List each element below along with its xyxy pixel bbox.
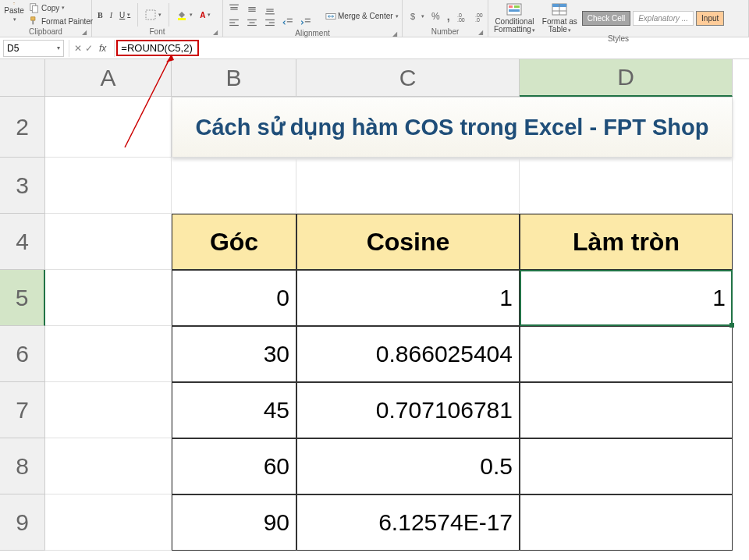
cell-D5[interactable]: 1 <box>520 270 733 326</box>
increase-decimal-button[interactable]: .0.00 <box>455 10 470 23</box>
svg-rect-0 <box>13 2 15 4</box>
cell-style-explanatory[interactable]: Explanatory ... <box>633 11 694 26</box>
cell-D3[interactable] <box>520 158 733 214</box>
increase-indent-button[interactable] <box>298 16 314 29</box>
ribbon-group-styles: ConditionalFormatting▾ Format asTable▾ C… <box>488 0 749 37</box>
header-cosine[interactable]: Cosine <box>296 214 520 270</box>
fill-color-button[interactable]: ▾ <box>174 9 195 21</box>
chevron-down-icon[interactable]: ▾ <box>57 44 60 51</box>
cell-C7[interactable]: 0.707106781 <box>296 382 520 438</box>
align-left-button[interactable] <box>226 16 242 29</box>
paste-button[interactable]: Paste▾ <box>3 2 25 23</box>
cell-C8[interactable]: 0.5 <box>296 438 520 494</box>
align-middle-button[interactable] <box>244 3 260 16</box>
cell-D9[interactable] <box>520 494 733 551</box>
conditional-icon <box>506 3 522 17</box>
accounting-format-button[interactable]: $▾ <box>406 10 427 23</box>
header-lamtron[interactable]: Làm tròn <box>520 214 733 270</box>
table-row: 45 0.707106781 <box>45 382 733 438</box>
row-header-3[interactable]: 3 <box>0 158 45 214</box>
insert-function-button[interactable]: fx <box>96 43 109 54</box>
cell-A6[interactable] <box>45 326 172 382</box>
header-cosine-label: Cosine <box>367 228 450 257</box>
merge-center-label: Merge & Center <box>338 12 393 20</box>
align-center-button[interactable] <box>244 16 260 29</box>
column-header-B[interactable]: B <box>172 59 296 97</box>
font-dialog-launcher[interactable]: ◢ <box>213 29 218 36</box>
table-row: 60 0.5 <box>45 438 733 494</box>
column-header-D[interactable]: D <box>520 59 733 97</box>
header-goc-label: Góc <box>210 228 258 257</box>
cell-B9[interactable]: 90 <box>172 494 296 551</box>
row-header-7[interactable]: 7 <box>0 382 45 438</box>
row-header-5[interactable]: 5 <box>0 270 45 326</box>
cell-B8[interactable]: 60 <box>172 438 296 494</box>
header-goc[interactable]: Góc <box>172 214 296 270</box>
clipboard-icon <box>9 2 20 5</box>
cell-D6[interactable] <box>520 326 733 382</box>
conditional-formatting-label: ConditionalFormatting▾ <box>494 18 535 34</box>
row-header-6[interactable]: 6 <box>0 326 45 382</box>
cell-C5[interactable]: 1 <box>296 270 520 326</box>
cell-B7[interactable]: 45 <box>172 382 296 438</box>
copy-button[interactable]: Copy▾ <box>27 2 95 14</box>
cell-A3[interactable] <box>45 158 172 214</box>
cell-style-input[interactable]: Input <box>696 11 724 26</box>
cell-A2[interactable] <box>45 97 172 158</box>
align-right-button[interactable] <box>262 16 278 29</box>
cell-C3[interactable] <box>296 158 520 214</box>
column-header-C[interactable]: C <box>296 59 520 97</box>
align-top-button[interactable] <box>226 3 242 16</box>
name-box[interactable]: D5 ▾ <box>3 40 64 57</box>
cell-A4[interactable] <box>45 214 172 270</box>
underline-button[interactable]: U▾ <box>117 10 133 20</box>
title-cell[interactable]: Cách sử dụng hàm COS trong Excel - FPT S… <box>172 97 733 158</box>
column-header-A[interactable]: A <box>45 59 172 97</box>
cell-B5[interactable]: 0 <box>172 270 296 326</box>
merge-center-button[interactable]: Merge & Center▾ <box>323 10 401 23</box>
cell-B3[interactable] <box>172 158 296 214</box>
clipboard-dialog-launcher[interactable]: ◢ <box>82 29 87 36</box>
format-painter-button[interactable]: Format Painter <box>27 15 95 27</box>
bold-button[interactable]: B <box>95 10 105 20</box>
cell-value: 0 <box>276 285 289 311</box>
select-all-corner[interactable] <box>0 59 45 97</box>
cell-C6[interactable]: 0.866025404 <box>296 326 520 382</box>
cell-style-check[interactable]: Check Cell <box>582 11 630 26</box>
cell-D8[interactable] <box>520 438 733 494</box>
cell-A8[interactable] <box>45 438 172 494</box>
align-bottom-button[interactable] <box>262 3 278 16</box>
svg-rect-4 <box>146 10 155 19</box>
comma-button[interactable]: , <box>445 9 453 23</box>
decrease-indent-button[interactable] <box>280 16 296 29</box>
table-icon <box>552 3 567 17</box>
font-color-button[interactable]: A▾ <box>197 10 213 20</box>
paste-label: Paste <box>4 6 24 15</box>
cell-A5[interactable] <box>45 270 172 326</box>
decrease-decimal-button[interactable]: .00.0 <box>473 10 488 23</box>
cell-B6[interactable]: 30 <box>172 326 296 382</box>
copy-label: Copy <box>41 4 59 12</box>
row-header-4[interactable]: 4 <box>0 214 45 270</box>
svg-rect-37 <box>509 9 520 12</box>
row-header-8[interactable]: 8 <box>0 438 45 494</box>
cell-value: 6.12574E-17 <box>378 509 513 536</box>
enter-formula-button[interactable]: ✓ <box>85 43 93 54</box>
fill-handle[interactable] <box>729 323 734 328</box>
alignment-dialog-launcher[interactable]: ◢ <box>392 30 397 37</box>
bucket-icon <box>176 9 187 20</box>
cancel-formula-button[interactable]: ✕ <box>74 43 82 54</box>
conditional-formatting-button[interactable]: ConditionalFormatting▾ <box>492 2 538 34</box>
cell-D7[interactable] <box>520 382 733 438</box>
row-header-2[interactable]: 2 <box>0 97 45 158</box>
cell-C9[interactable]: 6.12574E-17 <box>296 494 520 551</box>
italic-button[interactable]: I <box>108 10 115 20</box>
row-header-9[interactable]: 9 <box>0 494 45 551</box>
format-as-table-button[interactable]: Format asTable▾ <box>540 2 580 34</box>
number-dialog-launcher[interactable]: ◢ <box>478 29 483 36</box>
cell-A9[interactable] <box>45 494 172 551</box>
cell-A7[interactable] <box>45 382 172 438</box>
ribbon-group-clipboard: Paste▾ Copy▾ Format Painter Clipboard◢ <box>0 0 92 37</box>
percent-button[interactable]: % <box>429 10 442 23</box>
borders-button[interactable]: ▾ <box>143 9 164 21</box>
